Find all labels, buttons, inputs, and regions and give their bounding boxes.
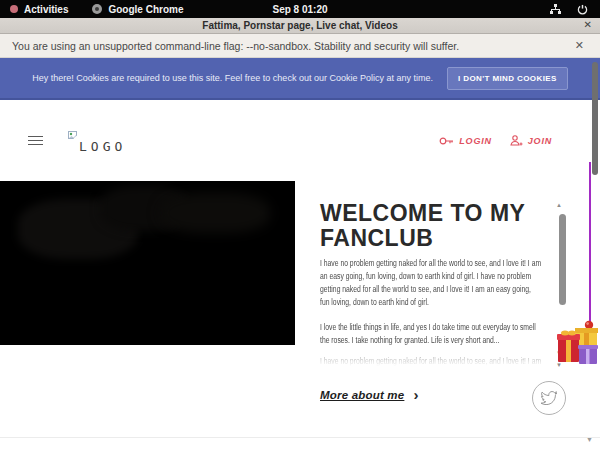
screen: Activities Google Chrome Sep 8 01:20 Fat… <box>0 0 600 450</box>
window-titlebar[interactable]: Fattima, Pornstar page, Live chat, Video… <box>0 18 600 34</box>
about-paragraph-1: I have no problem getting naked for all … <box>320 257 542 309</box>
broken-image-icon <box>68 127 78 145</box>
notification-dot-icon <box>10 5 18 13</box>
accept-cookies-button[interactable]: I DON'T MIND COOKIES <box>447 67 568 90</box>
cookie-banner: Hey there! Cookies are required to use t… <box>0 58 600 100</box>
window-close-button[interactable]: ✕ <box>584 19 592 30</box>
text-scroll-up-icon[interactable]: ▲ <box>556 202 562 208</box>
chrome-icon <box>92 4 102 14</box>
system-top-bar: Activities Google Chrome Sep 8 01:20 <box>0 0 600 18</box>
system-bar-left: Activities Google Chrome <box>0 4 183 15</box>
about-paragraph-faded: I have no problem getting naked for all … <box>320 355 542 370</box>
more-about-me-label: More about me <box>320 389 404 401</box>
network-icon[interactable] <box>550 4 561 15</box>
text-scrollbar-thumb[interactable] <box>559 214 566 305</box>
header-actions: LOGIN JOIN <box>439 135 552 147</box>
twitter-button[interactable] <box>532 381 566 415</box>
site-logo[interactable]: LOGO <box>68 127 126 154</box>
power-icon[interactable] <box>577 4 588 15</box>
gift-collapse-icon[interactable]: ▼ <box>556 362 562 368</box>
section-divider <box>0 437 600 438</box>
media-dark-shape <box>160 193 270 233</box>
join-label: JOIN <box>528 136 552 146</box>
menu-icon[interactable] <box>28 133 43 148</box>
window-title: Fattima, Pornstar page, Live chat, Video… <box>202 20 397 31</box>
about-section: WELCOME TO MY FANCLUB I have no problem … <box>296 181 600 437</box>
system-tray <box>550 4 600 15</box>
cookie-message: Hey there! Cookies are required to use t… <box>32 73 433 83</box>
key-icon <box>439 136 454 146</box>
video-placeholder[interactable] <box>0 181 295 345</box>
about-paragraph-2: I love the little things in life, and ye… <box>320 321 542 347</box>
chevron-right-icon: › <box>413 390 418 400</box>
join-button[interactable]: JOIN <box>510 135 552 147</box>
twitter-icon <box>541 391 557 405</box>
page-scroll-down-icon[interactable]: ▼ <box>586 436 593 443</box>
login-button[interactable]: LOGIN <box>439 136 492 146</box>
activities-button[interactable]: Activities <box>24 4 68 15</box>
app-menu-button[interactable]: Google Chrome <box>108 4 183 15</box>
infobar-message: You are using an unsupported command-lin… <box>12 40 459 52</box>
site-header: LOGO LOGIN JOIN <box>0 100 600 181</box>
page-scrollbar-thumb[interactable] <box>592 62 598 175</box>
infobar-close-button[interactable]: ✕ <box>575 39 588 52</box>
welcome-heading: WELCOME TO MY FANCLUB <box>320 201 552 251</box>
gift-string <box>589 162 591 324</box>
login-label: LOGIN <box>459 136 492 146</box>
logo-text: LOGO <box>79 139 126 154</box>
more-about-me-link[interactable]: More about me › <box>320 389 418 401</box>
user-plus-icon <box>510 135 523 147</box>
gifts-widget[interactable] <box>556 316 600 366</box>
flag-warning-infobar: You are using an unsupported command-lin… <box>0 34 600 58</box>
